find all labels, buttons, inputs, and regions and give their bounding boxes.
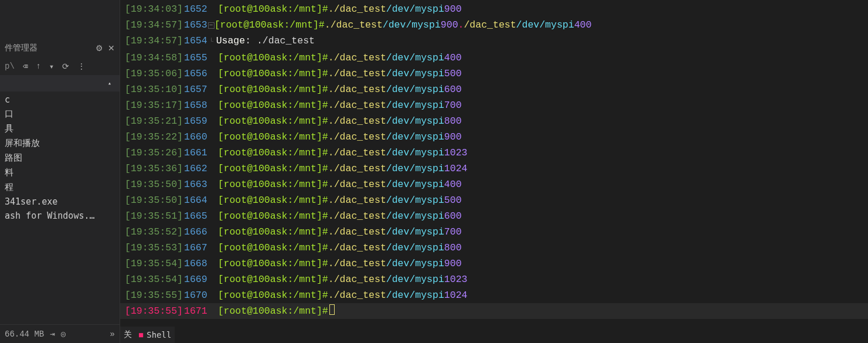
- timestamp: [19:35:53]: [125, 240, 183, 256]
- download-icon[interactable]: ⇥: [50, 329, 55, 339]
- line-number: 1669: [184, 271, 207, 287]
- command: ./dac_test: [328, 113, 386, 129]
- line-number: 1662: [184, 161, 207, 176]
- file-item[interactable]: 路图: [0, 151, 120, 165]
- shell-prompt: [root@100ask:/mnt]#: [218, 113, 328, 129]
- sidebar-header: 件管理器 ⚙ ✕: [0, 39, 120, 57]
- file-item[interactable]: 口: [0, 107, 120, 121]
- path-bar[interactable]: ▴: [0, 75, 120, 91]
- device-path: /dev/myspi: [386, 81, 444, 97]
- more-icon[interactable]: ⋮: [77, 62, 86, 72]
- timestamp: [19:34:03]: [125, 1, 183, 17]
- timestamp: [19:35:51]: [125, 208, 183, 224]
- terminal[interactable]: [19:34:03] 1652[root@100ask:/mnt]# ./dac…: [120, 0, 868, 343]
- timestamp: [19:35:21]: [125, 113, 183, 129]
- file-item[interactable]: 料: [0, 165, 120, 180]
- shell-prompt: [root@100ask:/mnt]#: [218, 176, 328, 192]
- tab-shell-label: Shell: [147, 330, 171, 339]
- timestamp: [19:35:26]: [125, 145, 183, 161]
- command: /dac_test: [464, 17, 516, 33]
- arg-value: 900: [444, 129, 462, 145]
- terminal-line: [19:34:58] 1655[root@100ask:/mnt]# ./dac…: [120, 50, 868, 66]
- command: ./dac_test: [328, 240, 386, 256]
- line-number: 1668: [184, 256, 207, 271]
- arg-value: 600: [444, 208, 462, 224]
- shell-prompt: [root@100ask:/mnt]#: [215, 17, 325, 33]
- line-number: 1665: [184, 208, 207, 224]
- file-item[interactable]: ash for Windows.…: [0, 209, 120, 223]
- timestamp: [19:35:36]: [125, 161, 183, 176]
- command: ./dac_test: [328, 287, 386, 303]
- more-footer-icon[interactable]: »: [110, 330, 115, 339]
- device-path: /dev/myspi: [386, 97, 444, 113]
- collapse-icon[interactable]: ▴: [108, 80, 111, 87]
- command: ./dac_test: [328, 145, 386, 161]
- file-list: c 口 具 屏和播放 路图 料 程 341ser.exe ash for Win…: [0, 91, 120, 324]
- location-icon[interactable]: ◎: [61, 329, 66, 339]
- shell-prompt: [root@100ask:/mnt]#: [218, 208, 328, 224]
- separator: .: [458, 17, 464, 33]
- timestamp: [19:35:50]: [125, 176, 183, 192]
- terminal-line: [19:35:53] 1667[root@100ask:/mnt]# ./dac…: [120, 240, 868, 256]
- file-item[interactable]: c: [0, 93, 120, 107]
- device-path: /dev/myspi: [386, 256, 444, 271]
- file-item[interactable]: 具: [0, 121, 120, 136]
- arg-value: 1023: [444, 145, 468, 161]
- arg-value: 700: [444, 224, 462, 240]
- shell-prompt: [root@100ask:/mnt]#: [218, 224, 328, 240]
- delete-icon[interactable]: ⌫: [23, 62, 28, 72]
- device-path: /dev/myspi: [386, 192, 444, 208]
- command: ./dac_test: [328, 50, 386, 66]
- sidebar-toolbar: p\ ⌫ ↑ ▾ ⟳ ⋮: [0, 57, 120, 75]
- timestamp: [19:35:52]: [125, 224, 183, 240]
- line-number: 1664: [184, 192, 207, 208]
- fold-icon[interactable]: −: [208, 22, 215, 29]
- tab-shell[interactable]: ■ Shell: [139, 330, 171, 339]
- device-path: /dev/myspi: [386, 66, 444, 81]
- refresh-icon[interactable]: ⟳: [62, 62, 69, 72]
- arg-value: 900: [444, 256, 462, 271]
- command: ./dac_test: [328, 1, 386, 17]
- device-path: /dev/myspi: [386, 145, 444, 161]
- tab-indicator-icon: ■: [139, 331, 143, 339]
- shell-prompt: [root@100ask:/mnt]#: [218, 81, 328, 97]
- terminal-line: [19:34:57] 1653−[root@100ask:/mnt]# ./da…: [120, 17, 868, 33]
- tab-first[interactable]: 关: [124, 330, 132, 340]
- terminal-line: [19:35:22] 1660[root@100ask:/mnt]# ./dac…: [120, 129, 868, 145]
- arg-value: 400: [574, 17, 592, 33]
- arg-value: 500: [444, 192, 462, 208]
- line-number: 1653: [184, 17, 207, 33]
- device-path: /dev/myspi: [386, 1, 444, 17]
- command: ./dac_test: [328, 256, 386, 271]
- line-number: 1670: [184, 287, 207, 303]
- arg-value: 400: [444, 176, 462, 192]
- device-path: /dev/myspi: [386, 50, 444, 66]
- timestamp: [19:34:57]: [125, 17, 183, 33]
- file-item[interactable]: 程: [0, 180, 120, 195]
- up-icon[interactable]: ↑: [36, 62, 40, 71]
- shell-prompt: [root@100ask:/mnt]#: [218, 303, 328, 319]
- file-item[interactable]: 屏和播放: [0, 136, 120, 151]
- arg-value: 700: [444, 97, 462, 113]
- arg-value: 800: [444, 240, 462, 256]
- line-number: 1671: [184, 303, 207, 319]
- gear-icon[interactable]: ⚙: [96, 43, 103, 53]
- timestamp: [19:35:10]: [125, 81, 183, 97]
- terminal-line: [19:35:54] 1668[root@100ask:/mnt]# ./dac…: [120, 256, 868, 271]
- arg-value: 900: [444, 1, 462, 17]
- device-path: /dev/myspi: [386, 287, 444, 303]
- dropdown-icon[interactable]: ▾: [49, 62, 54, 72]
- line-number: 1652: [184, 1, 207, 17]
- line-number: 1663: [184, 176, 207, 192]
- line-number: 1667: [184, 240, 207, 256]
- timestamp: [19:35:22]: [125, 129, 183, 145]
- command: ./dac_test: [328, 224, 386, 240]
- shell-prompt: [root@100ask:/mnt]#: [218, 240, 328, 256]
- file-item[interactable]: 341ser.exe: [0, 195, 120, 209]
- arg-value: 600: [444, 81, 462, 97]
- timestamp: [19:35:17]: [125, 97, 183, 113]
- device-path: /dev/myspi: [386, 240, 444, 256]
- close-icon[interactable]: ✕: [108, 43, 115, 53]
- command: ./dac_test: [328, 66, 386, 81]
- device-path: /dev/myspi: [386, 208, 444, 224]
